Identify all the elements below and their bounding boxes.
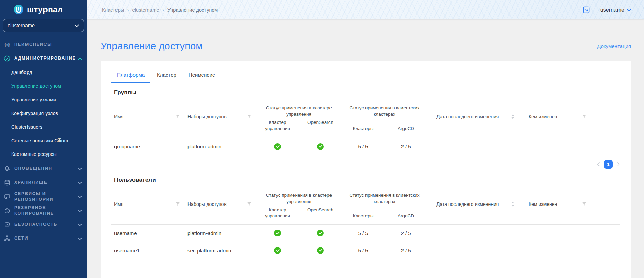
network-icon: [3, 235, 12, 242]
filter-icon[interactable]: [176, 115, 180, 119]
documentation-link[interactable]: Документация: [597, 43, 631, 49]
sort-icon[interactable]: [511, 202, 514, 207]
breadcrumb-separator: ›: [127, 7, 129, 12]
sidebar-subitem-access-management[interactable]: Управление доступом: [0, 79, 87, 93]
filter-icon[interactable]: [247, 202, 251, 206]
chevron-down-icon: [78, 208, 82, 213]
bell-icon: [3, 165, 12, 172]
backup-restore-icon: [3, 207, 12, 214]
column-date: Дата последнего изменения: [436, 201, 499, 207]
breadcrumb-clustername[interactable]: clustername: [132, 7, 159, 13]
users-section-title: Пользователи: [114, 177, 620, 183]
breadcrumb-clusters[interactable]: Кластеры: [102, 7, 124, 13]
sidebar-item-services-repositories[interactable]: СЕРВИСЫ И РЕПОЗИТОРИИ: [0, 190, 87, 203]
row-changed-by: —: [524, 248, 620, 254]
sort-icon[interactable]: [511, 114, 514, 119]
sidebar-subitem-clusterissuers[interactable]: ClusterIssuers: [0, 120, 87, 134]
chevron-up-icon: [78, 56, 82, 61]
row-argocd-ratio: 2 / 5: [384, 230, 427, 236]
column-access-sets: Наборы доступов: [187, 114, 227, 119]
row-name: groupname: [111, 144, 185, 149]
sidebar-item-administration[interactable]: АДМИНИСТРИРОВАНИЕ: [0, 51, 87, 65]
row-clusters-ratio: 5 / 5: [342, 144, 384, 149]
pagination-next-icon[interactable]: [617, 162, 620, 166]
filter-icon[interactable]: [582, 202, 586, 206]
pagination-prev-icon[interactable]: [597, 162, 600, 166]
administration-icon: [3, 55, 12, 62]
chevron-down-icon: [78, 166, 82, 171]
groups-table-header: Имя Наборы доступов Статус применения в …: [111, 97, 620, 137]
tab-bar: Платформа Кластер Неймспейс: [111, 61, 620, 83]
cluster-select-value: clustername: [8, 23, 35, 28]
page-title: Управление доступом: [101, 40, 203, 52]
sidebar-subitem-cilium-network-policies[interactable]: Сетевые политики Cilium: [0, 134, 87, 147]
breadcrumb: Кластеры › clustername › Управление дост…: [87, 7, 218, 13]
column-name: Имя: [114, 201, 123, 207]
chevron-down-icon: [627, 9, 631, 11]
column-changed-by: Кем изменен: [529, 114, 557, 119]
column-group-mgmt-status: Статус применения в кластере управления …: [256, 97, 342, 137]
sidebar-item-security[interactable]: БЕЗОПАСНОСТЬ: [0, 217, 87, 231]
expand-icon[interactable]: [583, 6, 590, 14]
sidebar-item-storage[interactable]: ХРАНИЛИЩЕ: [0, 176, 87, 190]
sidebar-subitem-node-configuration[interactable]: Конфигурация узлов: [0, 107, 87, 120]
sidebar-item-alerts[interactable]: ОПОВЕЩЕНИЯ: [0, 162, 87, 176]
row-date: —: [427, 230, 524, 236]
cluster-select[interactable]: clustername: [3, 19, 84, 32]
column-clusters: Кластеры: [342, 213, 384, 219]
topbar-right: username: [583, 6, 644, 14]
column-changed-by: Кем изменен: [529, 201, 557, 207]
topbar: Кластеры › clustername › Управление дост…: [87, 0, 644, 19]
tab-namespace[interactable]: Неймспейс: [183, 70, 220, 83]
column-group-client-status: Статус применения в клиентских кластерах…: [342, 97, 427, 137]
database-icon: [3, 179, 12, 186]
column-mgmt-cluster: Кластер управления: [256, 119, 299, 132]
column-name: Имя: [114, 114, 123, 119]
column-mgmt-cluster: Кластер управления: [256, 207, 299, 219]
row-access-set: platform-admin: [185, 144, 256, 149]
sidebar-item-namespaces[interactable]: {▫} НЕЙМСПЕЙСЫ: [0, 37, 87, 51]
row-name: username: [111, 230, 185, 236]
chevron-down-icon: [78, 180, 82, 185]
pagination-page-1[interactable]: 1: [604, 160, 613, 169]
row-changed-by: —: [524, 230, 620, 236]
row-changed-by: —: [524, 144, 620, 149]
app-window: штурвал clustername {▫} НЕЙМСПЕЙСЫ АДМИН…: [0, 0, 644, 278]
sidebar-nav: {▫} НЕЙМСПЕЙСЫ АДМИНИСТРИРОВАНИЕ Дашборд…: [0, 37, 87, 245]
sidebar-item-backup[interactable]: РЕЗЕРВНОЕ КОПИРОВАНИЕ: [0, 203, 87, 217]
table-row[interactable]: groupname platform-admin 5 / 5 2 / 5 — —: [111, 137, 620, 156]
column-group-mgmt-status: Статус применения в кластере управления …: [256, 184, 342, 224]
namespaces-icon: {▫}: [3, 42, 12, 47]
row-date: —: [427, 248, 524, 254]
status-ok-icon: [317, 230, 324, 236]
tab-platform[interactable]: Платформа: [111, 70, 150, 83]
chevron-down-icon: [78, 222, 82, 227]
column-argocd: ArgoCD: [384, 213, 427, 219]
sidebar-subitem-custom-resources[interactable]: Кастомные ресурсы: [0, 147, 87, 161]
sidebar-subitem-dashboard[interactable]: Дашборд: [0, 66, 87, 79]
column-group-client-status: Статус применения в клиентских кластерах…: [342, 184, 427, 224]
filter-icon[interactable]: [176, 202, 180, 206]
row-clusters-ratio: 5 / 5: [342, 230, 384, 236]
chevron-down-icon: [78, 194, 82, 199]
row-argocd-ratio: 2 / 5: [384, 144, 427, 149]
groups-section-title: Группы: [114, 89, 620, 96]
filter-icon[interactable]: [247, 115, 251, 119]
row-access-set: sec-platform-admin: [185, 248, 256, 254]
user-menu[interactable]: username: [600, 7, 631, 13]
wrench-screen-icon: [3, 193, 12, 200]
username: username: [600, 7, 624, 13]
status-ok-icon: [274, 143, 281, 150]
sidebar: штурвал clustername {▫} НЕЙМСПЕЙСЫ АДМИН…: [0, 0, 87, 278]
chevron-down-icon: [78, 236, 82, 241]
sidebar-item-networks[interactable]: СЕТИ: [0, 231, 87, 245]
sidebar-subitem-node-management[interactable]: Управление узлами: [0, 93, 87, 107]
tab-cluster[interactable]: Кластер: [151, 70, 182, 83]
filter-icon[interactable]: [582, 115, 586, 119]
breadcrumb-current: Управление доступом: [167, 7, 218, 13]
shield-check-icon: [3, 221, 12, 228]
table-row[interactable]: username platform-admin 5 / 5 2 / 5 — —: [111, 225, 620, 242]
row-access-set: platform-admin: [185, 230, 256, 236]
table-row[interactable]: username1 sec-platform-admin 5 / 5 2 / 5…: [111, 242, 620, 259]
column-clusters: Кластеры: [342, 126, 384, 132]
